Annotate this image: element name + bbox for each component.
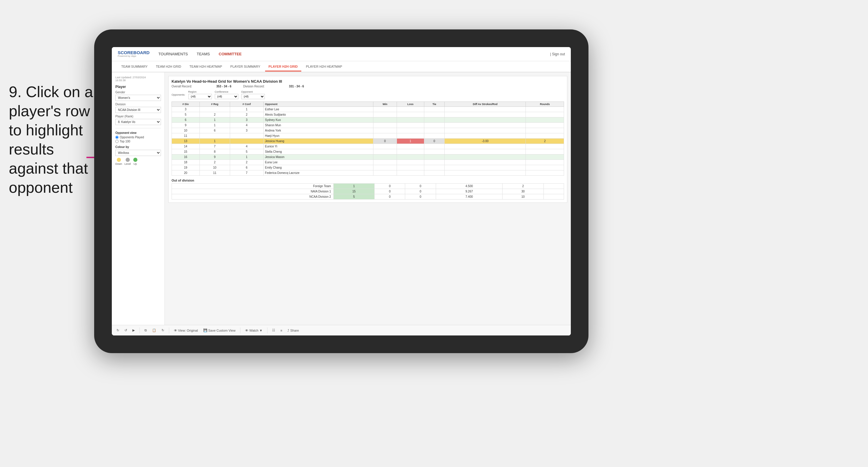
right-content: Katelyn Vo Head-to-Head Grid for Women's… [165,72,571,325]
tab-team-h2h-grid[interactable]: TEAM H2H GRID [152,62,185,71]
cell-loss [397,128,424,133]
cell-tie [424,107,444,112]
table-row[interactable]: 613Sydney Kuo [172,117,564,123]
table-row[interactable]: 131Jessica Huang010-3.002 [172,138,564,144]
tab-team-summary[interactable]: TEAM SUMMARY [118,62,151,71]
ood-rounds: 30 [502,189,544,194]
ood-extra [544,189,564,194]
colour-by-label: Colour by [115,145,161,149]
cell-diff [444,123,526,128]
tablet-frame: SCOREBOARD Powered by clippi TOURNAMENTS… [94,29,588,353]
opponent-filter-select[interactable]: (All) [241,94,265,99]
opponents-label: Opponents: [172,93,185,96]
h2h-grid-table: # Div # Reg # Conf Opponent Win Loss Tie… [172,101,564,176]
cell-opponent: Alexis Sudjianto [264,112,373,117]
table-row[interactable]: 1474Eunice Yi [172,144,564,149]
tab-player-h2h-grid[interactable]: PLAYER H2H GRID [265,62,301,71]
gender-select[interactable]: Women's [115,95,161,101]
out-of-division-row[interactable]: NAIA Division 115009.26730 [172,189,564,194]
cell-diff [444,107,526,112]
table-row[interactable]: 1822Euna Lee [172,160,564,165]
nav-committee[interactable]: COMMITTEE [219,51,242,57]
division-record-label: Division Record: [243,85,265,88]
save-custom-view-button[interactable]: 💾 Save Custom View [202,328,238,333]
table-row[interactable]: 1063Andrea York [172,128,564,133]
cell-conf: 3 [230,128,264,133]
cell-diff [444,112,526,117]
cell-rounds [526,160,564,165]
out-of-division-row[interactable]: NCAA Division 25007.40010 [172,194,564,199]
cell-rounds [526,155,564,160]
legend-level-label: Level [124,162,131,165]
table-row[interactable]: 914Sharon Mun [172,123,564,128]
grid-records: Overall Record: 353 - 34 - 6 Division Re… [172,85,564,88]
sign-out-link[interactable]: | Sign out [550,52,565,56]
player-rank-select[interactable]: 8. Katelyn Vo [115,119,161,125]
col-header-div: # Div [172,102,200,107]
tab-player-h2h-heatmap[interactable]: PLAYER H2H HEATMAP [303,62,346,71]
ood-diff: 7.400 [436,194,502,199]
region-filter-select[interactable]: (All) [188,94,212,99]
opponent-filter: Opponent (All) [241,90,265,99]
table-row[interactable]: 1691Jessica Mason [172,155,564,160]
ood-loss: 0 [375,184,405,189]
grid-button[interactable]: ☷ [270,328,277,333]
cell-opponent: Eunice Yi [264,144,373,149]
region-filter: Region (All) [188,90,212,99]
save-icon: 💾 [203,329,208,332]
col-header-reg: # Reg [199,102,230,107]
col-header-opponent: Opponent [264,102,373,107]
colour-by-select[interactable]: Win/loss [115,150,161,156]
redo-button[interactable]: ↺ [123,328,129,333]
division-select[interactable]: NCAA Division III [115,107,161,113]
table-button[interactable]: ≡ [279,328,284,333]
out-of-division-body: Foreign Team1004.5002NAIA Division 11500… [172,184,564,199]
cell-reg: 1 [199,123,230,128]
paste-button[interactable]: 📋 [150,328,158,333]
out-of-division-row[interactable]: Foreign Team1004.5002 [172,184,564,189]
nav-links: TOURNAMENTS TEAMS COMMITTEE [158,51,550,57]
share-button[interactable]: ⤴ Share [286,328,301,333]
cell-conf: 7 [230,170,264,176]
copy-button[interactable]: ⧉ [143,328,149,333]
conference-filter-select[interactable]: (All) [215,94,238,99]
nav-teams[interactable]: TEAMS [197,51,210,57]
grid-title: Katelyn Vo Head-to-Head Grid for Women's… [172,79,564,84]
region-filter-label: Region [188,90,212,93]
cell-opponent: Federica Domecq Lacroze [264,170,373,176]
nav-tournaments[interactable]: TOURNAMENTS [158,51,188,57]
cell-rounds [526,165,564,170]
table-row[interactable]: 522Alexis Sudjianto [172,112,564,117]
toolbar-sep-4 [267,328,268,334]
cell-opponent: Euna Lee [264,160,373,165]
table-row[interactable]: 20117Federica Domecq Lacroze [172,170,564,176]
table-row[interactable]: 31Esther Lee [172,107,564,112]
undo-button[interactable]: ↻ [115,328,121,333]
view-original-button[interactable]: 👁 View: Original [172,328,200,333]
tab-team-h2h-heatmap[interactable]: TEAM H2H HEATMAP [186,62,226,71]
ood-win: 15 [333,189,374,194]
cell-diff [444,160,526,165]
ood-extra [544,184,564,189]
cell-rounds [526,123,564,128]
step-forward-button[interactable]: ▶ [131,328,136,333]
cell-conf: 4 [230,123,264,128]
cell-div: 5 [172,112,200,117]
table-row[interactable]: 1585Stella Cheng [172,149,564,155]
cell-loss [397,160,424,165]
table-row[interactable]: 19106Emily Chang [172,165,564,170]
tab-player-summary[interactable]: PLAYER SUMMARY [227,62,264,71]
cell-reg: 6 [199,128,230,133]
cell-diff [444,133,526,138]
ood-loss: 0 [375,194,405,199]
cell-reg: 9 [199,155,230,160]
cell-div: 3 [172,107,200,112]
cell-win [373,155,397,160]
cell-opponent: Esther Lee [264,107,373,112]
table-row[interactable]: 11Haeji Hyun [172,133,564,138]
cell-loss [397,170,424,176]
refresh-button[interactable]: ↻ [160,328,166,333]
cell-rounds [526,117,564,123]
conference-filter: Conference (All) [215,90,238,99]
watch-button[interactable]: 👁 Watch ▼ [243,328,264,333]
